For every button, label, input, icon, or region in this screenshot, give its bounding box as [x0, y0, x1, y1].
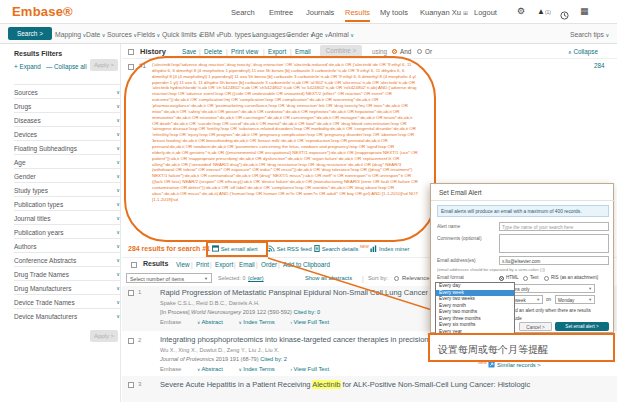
menu-languages[interactable]: Languages ∨: [252, 31, 291, 38]
sidebar-item-conference-abstracts[interactable]: Conference Abstracts∨: [14, 252, 120, 266]
dialog-cancel-button[interactable]: Cancel >: [519, 322, 552, 331]
search-details-button[interactable]: Search details: [314, 245, 358, 253]
annotation-query-loop: [124, 56, 436, 242]
search-tips-link[interactable]: Search tips ∨: [570, 31, 609, 38]
history-save-link[interactable]: Save: [182, 48, 196, 55]
apply-filters-button-bottom[interactable]: Apply >: [90, 330, 118, 342]
sidebar-item-publication-types[interactable]: Publication types∨: [14, 196, 120, 210]
sidebar-item-floating-subheadings[interactable]: Floating Subheadings∨: [14, 140, 120, 154]
sidebar-item-device-manufacturers[interactable]: Device Manufacturers∨: [14, 308, 120, 322]
results-select-all-checkbox[interactable]: [131, 262, 137, 268]
menu-ebm[interactable]: EBM ∨: [200, 31, 220, 38]
format-text-radio[interactable]: [523, 276, 528, 281]
collapse-all-filters-link[interactable]: — Collapse all: [46, 63, 87, 70]
show-all-abstracts-link[interactable]: Show all abstracts: [305, 275, 352, 281]
sidebar-item-drug-trade-names[interactable]: Drug Trade Names∨: [14, 266, 120, 280]
sidebar-item-study-types[interactable]: Study types∨: [14, 182, 120, 196]
result-2-checkbox[interactable]: [128, 338, 134, 344]
nav-emtree[interactable]: Emtree: [269, 8, 293, 17]
menu-gender[interactable]: Gender ∨: [286, 31, 314, 38]
only-when-results-label: Send an alert only when there are result…: [507, 308, 613, 313]
format-text-label: Text: [530, 275, 538, 280]
menu-date[interactable]: Date ∨: [86, 31, 105, 38]
history-print-view-link[interactable]: Print view: [231, 48, 258, 55]
results-view-link[interactable]: View: [176, 261, 190, 268]
sidebar-item-journal-titles[interactable]: Journal titles∨: [14, 210, 120, 224]
result-1-abstract-toggle[interactable]: ∨ Abstract: [197, 319, 223, 325]
result-1-number: 1: [138, 289, 141, 295]
items-per-page-select[interactable]: Select number of items▼: [126, 273, 212, 283]
result-2-abstract-toggle[interactable]: ∨ Abstract: [197, 366, 223, 372]
format-ris-radio[interactable]: [544, 276, 549, 281]
embase-logo[interactable]: Embase®: [12, 4, 73, 19]
logout-link[interactable]: Logout: [474, 8, 497, 17]
nav-my-tools[interactable]: My tools: [380, 8, 408, 17]
dialog-submit-button[interactable]: Set email alert >: [555, 322, 609, 331]
history-select-all-checkbox[interactable]: [128, 49, 134, 55]
sidebar-item-drugs[interactable]: Drugs∨: [14, 98, 120, 112]
user-menu[interactable]: Kuanyan Xu ⊞: [420, 8, 468, 17]
sidebar-item-drug-manufacturers[interactable]: Drug Manufacturers∨: [14, 280, 120, 294]
result-2-citedby[interactable]: Cited by: 2: [260, 356, 287, 362]
format-html-radio[interactable]: [499, 276, 504, 281]
sidebar-item-diseases[interactable]: Diseases∨: [14, 112, 120, 126]
results-print-link[interactable]: Print: [196, 261, 209, 268]
gear-icon[interactable]: ⚙: [517, 6, 525, 16]
sidebar-item-device-trade-names[interactable]: Device Trade Names∨: [14, 294, 120, 308]
alert-name-input[interactable]: Type the name of your search here: [499, 222, 609, 231]
email-addresses-input[interactable]: x.liu@elsevier.com: [499, 256, 609, 265]
apply-filters-button-top[interactable]: Apply >: [90, 59, 118, 71]
history-export-link[interactable]: Export: [268, 48, 286, 55]
combine-and-radio[interactable]: [392, 49, 397, 54]
history-row-checkbox[interactable]: [128, 64, 134, 70]
result-3-checkbox[interactable]: [128, 382, 134, 388]
sidebar-item-publication-years[interactable]: Publication years∨: [14, 224, 120, 238]
combine-or-radio[interactable]: [417, 49, 422, 54]
menu-age[interactable]: Age ∨: [311, 31, 328, 38]
result-1-citedby[interactable]: Cited by: 0: [293, 309, 320, 315]
collapse-history-link[interactable]: ∧ Collapse: [568, 48, 598, 55]
index-miner-button[interactable]: NEW Index miner: [360, 245, 409, 253]
sidebar-item-sources[interactable]: Sources∨: [14, 84, 120, 98]
result-1-checkbox[interactable]: [128, 290, 134, 296]
sidebar-item-gender[interactable]: Gender∨: [14, 168, 120, 182]
apps-grid-icon[interactable]: ▦: [580, 6, 589, 16]
results-export-link[interactable]: Export: [215, 261, 233, 268]
embase-results-page: Embase® Search Emtree Journals Results M…: [0, 0, 617, 402]
expand-filters-link[interactable]: + Expand: [14, 63, 41, 70]
result-2-index-terms-toggle[interactable]: ∨ Index Terms: [238, 366, 274, 372]
history-row-result-count[interactable]: 284: [594, 62, 605, 69]
history-clock-icon[interactable]: [560, 6, 569, 24]
result-3-title[interactable]: Severe Acute Hepatitis in a Patient Rece…: [160, 380, 614, 389]
comments-textarea[interactable]: [499, 234, 609, 253]
result-1-index-terms-toggle[interactable]: ∨ Index Terms: [238, 319, 274, 325]
clear-selection-link[interactable]: (clear): [248, 275, 264, 281]
alerts-bell-icon[interactable]: ▲(1): [537, 7, 551, 16]
sidebar-item-authors[interactable]: Authors∨: [14, 238, 120, 252]
menu-quick-limits[interactable]: Quick limits ∨: [162, 31, 202, 38]
results-order-link[interactable]: Order: [261, 261, 277, 268]
menu-sources[interactable]: Sources ∨: [107, 31, 137, 38]
sidebar-item-age[interactable]: Age∨: [14, 154, 120, 168]
menu-fields[interactable]: Fields ∨: [137, 31, 160, 38]
history-delete-link[interactable]: Delete: [204, 48, 222, 55]
menu-mapping[interactable]: Mapping ∨: [55, 31, 86, 38]
sidebar-item-devices[interactable]: Devices∨: [14, 126, 120, 140]
sort-relevance-radio[interactable]: [394, 276, 399, 281]
menu-pub-types[interactable]: Pub. types ∨: [219, 31, 256, 38]
similar-records-button[interactable]: NEW Similar records >: [478, 361, 541, 369]
search-menu-button[interactable]: Search >: [8, 27, 52, 40]
add-to-clipboard-link[interactable]: Add to Clipboard: [283, 261, 330, 268]
frequency-day-select[interactable]: Monday▼: [555, 295, 595, 304]
result-2-view-full-text-link[interactable]: › View Full Text: [290, 366, 329, 372]
nav-journals[interactable]: Journals: [306, 8, 334, 17]
divider: |: [226, 48, 228, 55]
nav-search[interactable]: Search: [231, 8, 255, 17]
nav-results[interactable]: Results: [345, 8, 370, 22]
menu-animal[interactable]: Animal ∨: [328, 31, 354, 38]
result-1-view-full-text-link[interactable]: › View Full Text: [290, 319, 329, 325]
history-email-link[interactable]: Email: [295, 48, 311, 55]
set-rss-feed-button[interactable]: Set RSS feed: [268, 245, 312, 253]
chevron-down-icon: ∨: [116, 313, 120, 319]
results-email-link[interactable]: Email: [239, 261, 255, 268]
